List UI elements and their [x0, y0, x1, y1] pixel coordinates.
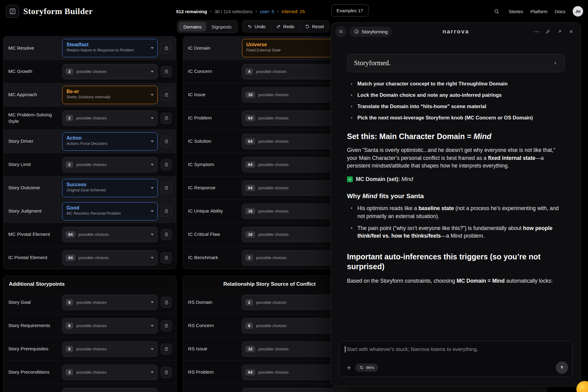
storypoint-row-ic-benchmark: IC Benchmark 3 possible choices: [183, 246, 356, 269]
storypoint-row-ic-concern: IC Concern 4 possible choices: [183, 60, 356, 83]
lock-button[interactable]: [161, 136, 172, 147]
choices-count: 6: [66, 346, 73, 352]
avatar[interactable]: JH: [573, 6, 583, 17]
lock-button[interactable]: [161, 183, 172, 194]
choices-count: 64: [245, 185, 255, 191]
arrow-up-right-icon: [557, 29, 562, 34]
storypoint-row-mc-approach: MC Approach Be-er Seeks Solutions Intern…: [3, 83, 176, 106]
chevron-down-icon: [151, 141, 154, 142]
examples-button[interactable]: Examples 17: [331, 4, 368, 17]
choices-dropdown[interactable]: 6 possible choices: [62, 318, 158, 334]
section-title: Additional Storypoints: [3, 276, 176, 291]
choices-dropdown[interactable]: 3 possible choices: [242, 250, 337, 266]
choices-dropdown[interactable]: 2 possible choices: [62, 157, 158, 172]
chevron-down-icon: [151, 117, 154, 119]
choices-dropdown[interactable]: 8 possible choices: [62, 295, 158, 310]
lock-button[interactable]: [161, 320, 172, 331]
choices-dropdown[interactable]: 16 possible choices: [242, 87, 337, 103]
close-icon[interactable]: ×: [566, 26, 576, 37]
storypoint-row-ic-solution: IC Solution 64 possible choices: [183, 130, 356, 153]
selected-value: Success: [66, 182, 148, 187]
selected-dropdown[interactable]: Action Actions Force Decisions: [62, 132, 158, 151]
redo-icon: [276, 24, 281, 29]
storyformed-card[interactable]: Storyformed.: [347, 54, 565, 72]
storypoint-label: RS Domain: [188, 299, 242, 305]
choices-dropdown[interactable]: 8 possible choices: [242, 318, 337, 334]
undo-button[interactable]: Undo: [242, 21, 271, 32]
selected-dropdown[interactable]: Steadfast Retains Nature in Response to …: [62, 39, 158, 57]
choices-dropdown[interactable]: 64 possible choices: [242, 157, 337, 172]
expand-button[interactable]: [554, 26, 565, 37]
storypoint-row-ic-response: IC Response 64 possible choices: [183, 176, 356, 199]
lock-button[interactable]: [161, 113, 172, 124]
lock-button[interactable]: [161, 297, 172, 308]
choices-dropdown[interactable]: 64 possible choices: [62, 250, 158, 266]
choices-dropdown[interactable]: 64 possible choices: [242, 365, 337, 380]
choices-dropdown[interactable]: 4 possible choices: [242, 64, 337, 79]
lock-button[interactable]: [161, 344, 172, 355]
lock-icon: [164, 300, 169, 305]
selected-dropdown[interactable]: Universe Fixed External State: [242, 39, 337, 57]
choices-dropdown[interactable]: 3 possible choices: [62, 365, 158, 380]
lock-button[interactable]: [161, 43, 172, 54]
choices-count: 3: [245, 254, 253, 261]
choices-dropdown[interactable]: 64 possible choices: [62, 227, 158, 242]
reset-button[interactable]: Reset: [300, 21, 329, 32]
choices-count: 8: [245, 322, 253, 329]
thread-list-button[interactable]: [335, 26, 346, 37]
choices-count: 64: [66, 231, 75, 238]
storypoint-row-ic-critical-flaw: IC Critical Flaw 16 possible choices: [183, 223, 356, 246]
check-icon: [347, 176, 353, 182]
choices-dropdown[interactable]: 64 possible choices: [242, 180, 337, 196]
nav-docs[interactable]: Docs: [555, 9, 565, 14]
selected-dropdown[interactable]: Success Original Goal Achieved: [62, 179, 158, 197]
lock-button[interactable]: [161, 89, 172, 100]
lock-button[interactable]: [161, 206, 172, 217]
attach-button[interactable]: +: [344, 364, 354, 372]
chevron-down-icon: [151, 301, 154, 303]
lock-button[interactable]: [161, 159, 172, 170]
choices-dropdown[interactable]: 2 possible choices: [242, 295, 337, 310]
new-chat-button[interactable]: [543, 26, 553, 37]
lock-button[interactable]: [161, 252, 172, 263]
choices-dropdown[interactable]: [242, 388, 337, 392]
storypoint-row-ic-symptom: IC Symptom 64 possible choices: [183, 153, 356, 176]
storyforming-badge[interactable]: Storyforming: [349, 27, 392, 37]
selected-value: Be-er: [66, 89, 148, 94]
storypoint-row-story-prerequisites: Story Prerequisites 6 possible choices: [3, 337, 176, 360]
nav-stories[interactable]: Stories: [509, 9, 523, 14]
nav-platform[interactable]: Platform: [530, 9, 548, 14]
tab-domains[interactable]: Domains: [179, 22, 206, 32]
lock-button[interactable]: [161, 66, 172, 77]
lock-button[interactable]: [161, 367, 172, 378]
assistant-message-body: Storyformed. Match your character concep…: [331, 40, 581, 337]
chevron-down-icon: [151, 210, 154, 212]
context-percent-pill[interactable]: 96%: [355, 364, 378, 372]
choices-dropdown[interactable]: 64 possible choices: [242, 134, 337, 149]
redo-button[interactable]: Redo: [271, 21, 300, 32]
send-button[interactable]: [556, 361, 568, 374]
selected-dropdown[interactable]: Be-er Seeks Solutions Internally: [62, 86, 158, 104]
choices-dropdown[interactable]: [62, 388, 158, 392]
choices-text: possible choices: [256, 255, 286, 260]
selected-dropdown[interactable]: Good MC Resolves Personal Problem: [62, 202, 158, 221]
storypoint-label: IC Unique Ability: [188, 208, 242, 214]
choices-dropdown[interactable]: 2 possible choices: [62, 111, 158, 126]
chat-input-box[interactable]: + 96%: [339, 341, 573, 377]
choices-dropdown[interactable]: 6 possible choices: [62, 341, 158, 357]
lock-button[interactable]: [161, 229, 172, 240]
more-options-button[interactable]: ⋯: [531, 26, 541, 37]
tab-signposts[interactable]: Signposts: [206, 22, 236, 32]
search-icon[interactable]: [492, 7, 501, 16]
choices-dropdown[interactable]: 32 possible choices: [242, 341, 337, 357]
storypoint-label: IC Response: [188, 185, 242, 191]
choices-dropdown[interactable]: 16 possible choices: [242, 227, 337, 242]
choices-dropdown[interactable]: 2 possible choices: [62, 64, 158, 79]
separator-dot: •: [277, 9, 279, 14]
choices-text: possible choices: [76, 69, 107, 74]
chat-input[interactable]: [346, 346, 560, 352]
lock-icon: [164, 116, 169, 120]
choices-dropdown[interactable]: 64 possible choices: [242, 111, 337, 126]
choices-dropdown[interactable]: 16 possible choices: [242, 204, 337, 219]
selected-value: Universe: [246, 42, 328, 47]
